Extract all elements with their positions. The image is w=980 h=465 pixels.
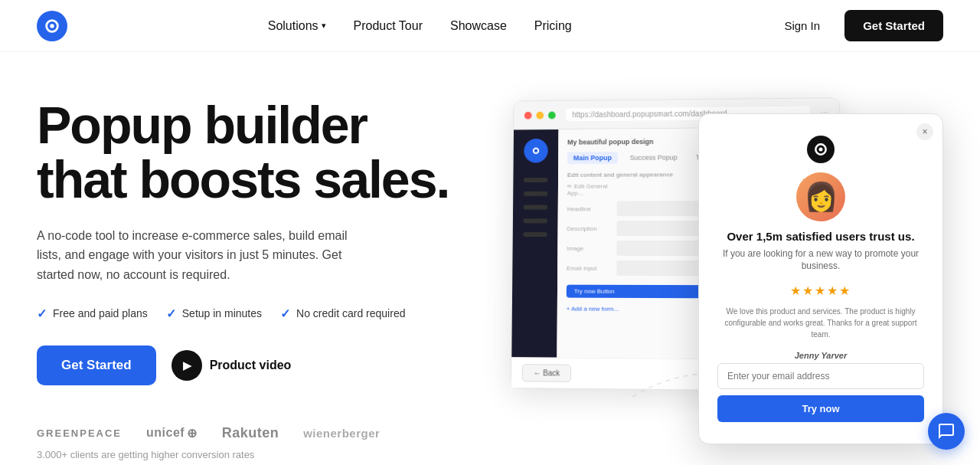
browser-close-dot <box>524 111 532 119</box>
logo-rakuten: Rakuten <box>222 425 279 441</box>
sidebar-logo <box>524 139 548 163</box>
popup-preview-card: × 👩 Over 1,5m satisfied users trust us. … <box>698 113 943 444</box>
get-started-button[interactable]: Get Started <box>37 345 156 385</box>
logo-svg <box>44 18 60 34</box>
nav-links: Solutions ▾ Product Tour Showcase Pricin… <box>268 19 572 33</box>
logo-greenpeace: GREENPEACE <box>37 427 122 439</box>
hero-description: A no-code tool to increase e-commerce sa… <box>37 226 374 285</box>
checkmark-icon: ✓ <box>280 306 290 321</box>
browser-minimize-dot <box>537 111 544 119</box>
popup-try-button[interactable]: Try now <box>717 395 924 422</box>
logos-section: GREENPEACE unicef ⊕ Rakuten wienerberger… <box>37 425 449 460</box>
mock-tab-success[interactable]: Success Popup <box>624 152 684 164</box>
hero-section: Popup builder that boosts sales. A no-co… <box>0 52 980 465</box>
checkmark-icon: ✓ <box>37 306 47 321</box>
sidebar-item-mock <box>524 192 547 196</box>
svg-point-1 <box>50 24 54 28</box>
popup-logo <box>807 136 835 163</box>
browser-sidebar <box>512 129 559 357</box>
check-free-plans: ✓ Free and paid plans <box>37 306 148 321</box>
popup-stars: ★★★★★ <box>717 283 924 298</box>
get-started-nav-button[interactable]: Get Started <box>844 10 943 41</box>
logos-row: GREENPEACE unicef ⊕ Rakuten wienerberger <box>37 425 449 441</box>
sidebar-item-mock <box>524 205 547 210</box>
popup-logo-icon <box>813 142 828 157</box>
popup-avatar: 👩 <box>796 172 845 221</box>
popup-subtitle: If you are looking for a new way to prom… <box>717 247 924 273</box>
hero-left: Popup builder that boosts sales. A no-co… <box>37 98 449 465</box>
logo-icon <box>37 11 67 41</box>
chat-icon <box>937 422 956 440</box>
chat-support-button[interactable] <box>928 413 965 450</box>
sidebar-item-mock <box>524 178 547 182</box>
sidebar-item-mock <box>524 232 547 237</box>
unicef-emblem-icon: ⊕ <box>187 426 198 440</box>
hero-checks: ✓ Free and paid plans ✓ Setup in minutes… <box>37 306 449 321</box>
nav-showcase[interactable]: Showcase <box>450 19 507 33</box>
nav-product-tour[interactable]: Product Tour <box>354 19 423 33</box>
svg-point-4 <box>819 148 823 152</box>
clients-text: 3.000+ clients are getting higher conver… <box>37 449 449 460</box>
navbar: Solutions ▾ Product Tour Showcase Pricin… <box>0 0 980 52</box>
sidebar-item-mock <box>524 218 547 223</box>
nav-actions: Sign In Get Started <box>772 10 943 41</box>
svg-point-2 <box>534 148 539 153</box>
nav-solutions[interactable]: Solutions ▾ <box>268 19 326 33</box>
mock-back-btn[interactable]: ← Back <box>522 364 571 382</box>
logo-wienerberger: wienerberger <box>303 427 380 440</box>
chevron-down-icon: ▾ <box>322 21 326 31</box>
nav-pricing[interactable]: Pricing <box>534 19 572 33</box>
check-setup: ✓ Setup in minutes <box>166 306 262 321</box>
hero-title: Popup builder that boosts sales. <box>37 98 449 208</box>
check-no-card: ✓ No credit card required <box>280 306 405 321</box>
logo[interactable] <box>37 11 67 41</box>
popup-review-text: We love this product and services. The p… <box>717 306 924 340</box>
popup-title: Over 1,5m satisfied users trust us. <box>717 229 924 244</box>
popup-reviewer: Jenny Yarver <box>717 351 924 360</box>
checkmark-icon: ✓ <box>166 306 176 321</box>
mock-tab-main[interactable]: Main Popup <box>567 152 618 164</box>
mock-add-form-link[interactable]: + Add a new form... <box>567 306 619 313</box>
hero-cta: Get Started Product video <box>37 345 449 385</box>
popup-close-button[interactable]: × <box>916 123 933 140</box>
logo-unicef: unicef ⊕ <box>146 426 198 440</box>
hero-mockup: https://dashboard.popupsmart.com/dashboa… <box>479 90 943 427</box>
browser-expand-dot <box>548 111 556 119</box>
play-icon <box>172 350 202 381</box>
product-video-button[interactable]: Product video <box>172 350 292 381</box>
popup-email-input[interactable] <box>717 363 924 389</box>
sign-in-button[interactable]: Sign In <box>772 13 832 38</box>
